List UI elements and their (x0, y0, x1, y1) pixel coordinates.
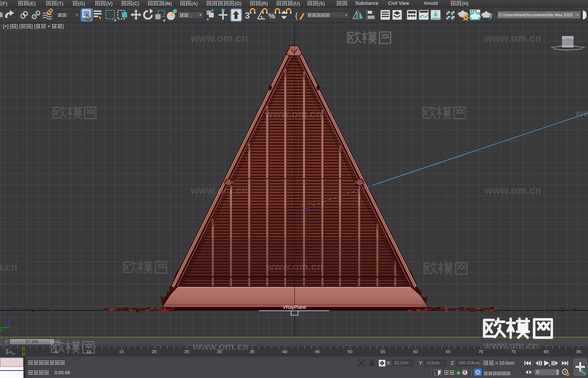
svg-text:www.om.cn: www.om.cn (266, 261, 323, 272)
svg-text:www.om.cn: www.om.cn (484, 185, 542, 196)
svg-text:z: z (10, 315, 12, 320)
svg-text:{: { (295, 12, 298, 20)
svg-text:www.om.cn: www.om.cn (265, 109, 322, 120)
svg-text:x: x (10, 327, 12, 332)
svg-text:%: % (268, 12, 275, 20)
svg-text:3: 3 (245, 11, 250, 20)
svg-text:VRayPlane: VRayPlane (283, 305, 306, 310)
svg-text:y: y (0, 327, 3, 332)
svg-text:www.om.cn: www.om.cn (575, 108, 588, 119)
svg-text:www.om.cn: www.om.cn (0, 262, 17, 273)
svg-text:www.om.cn: www.om.cn (484, 33, 542, 44)
svg-text:www.om.cn: www.om.cn (190, 33, 248, 44)
svg-text:www.om.cn: www.om.cn (190, 185, 248, 196)
